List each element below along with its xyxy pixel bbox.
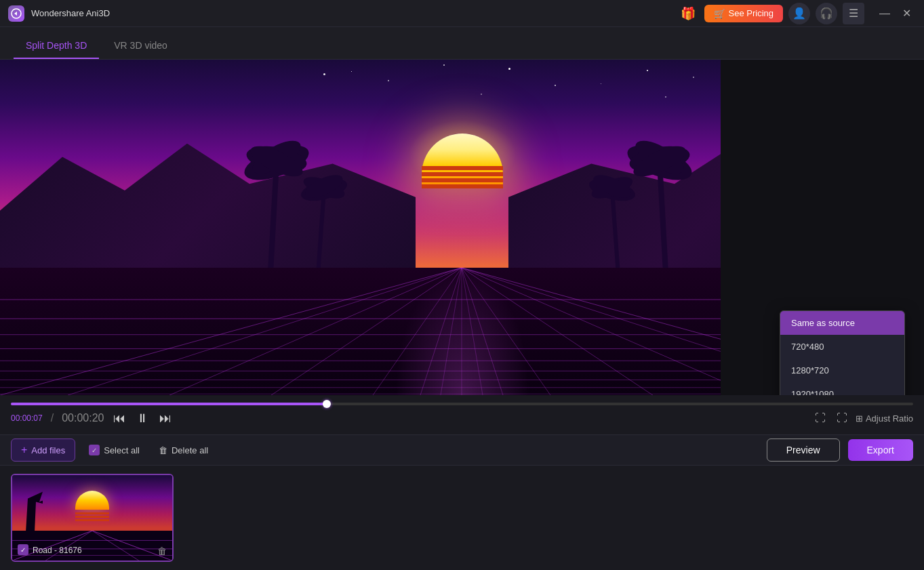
menu-icon: ☰ xyxy=(849,7,858,20)
titlebar-actions: 🎁 🛒 See Pricing 👤 🎧 ☰ — ✕ xyxy=(677,3,916,24)
dropdown-item-1280[interactable]: 1280*720 xyxy=(780,359,904,382)
window-controls: — ✕ xyxy=(875,4,916,23)
minimize-button[interactable]: — xyxy=(875,4,894,23)
dropdown-item-same-as-source[interactable]: Same as source xyxy=(780,311,904,335)
user-button[interactable]: 👤 xyxy=(788,3,810,24)
pause-button[interactable]: ⏸ xyxy=(135,410,150,427)
cart-icon: 🛒 xyxy=(714,8,725,19)
pause-icon: ⏸ xyxy=(136,411,148,426)
add-files-label: Add files xyxy=(31,445,65,455)
pricing-label: See Pricing xyxy=(729,8,774,18)
svg-line-1 xyxy=(270,163,277,285)
delete-icon: 🗑 xyxy=(157,546,167,556)
preview-button[interactable]: Preview xyxy=(767,439,840,462)
minimize-icon: — xyxy=(879,7,890,20)
export-button[interactable]: Export xyxy=(848,439,913,461)
video-area: Same as source 720*480 1280*720 1920*108… xyxy=(0,60,924,570)
sun-stripes xyxy=(422,166,503,193)
dropdown-item-720p[interactable]: 720*480 xyxy=(780,335,904,359)
tab-vr-3d-label: VR 3D video xyxy=(114,40,167,51)
ratio-controls: ⛶ ⛶ ⊞ Adjust Ratio xyxy=(812,409,913,427)
progress-thumb xyxy=(323,400,331,408)
progress-filled xyxy=(11,403,327,405)
crop-icon: ⛶ xyxy=(815,412,826,424)
dropdown-label-0: Same as source xyxy=(791,318,855,328)
crop-button[interactable]: ⛶ xyxy=(812,409,828,427)
app-title: Wondershare Ani3D xyxy=(31,8,670,18)
adjust-icon: ⊞ xyxy=(856,413,863,424)
palm-trees-left xyxy=(216,108,351,285)
file-checkbox-0[interactable]: ✓ xyxy=(18,544,28,555)
fullscreen-icon: ⛶ xyxy=(837,412,847,424)
svg-line-28 xyxy=(0,268,462,395)
video-preview[interactable]: Same as source 720*480 1280*720 1920*108… xyxy=(0,60,924,395)
pricing-button[interactable]: 🛒 See Pricing xyxy=(704,5,783,22)
dropdown-label-1: 720*480 xyxy=(791,342,824,352)
trash-icon: 🗑 xyxy=(159,445,167,455)
tab-split-depth-label: Split Depth 3D xyxy=(26,40,87,51)
road-glow xyxy=(395,268,530,395)
adjust-ratio-label: Adjust Ratio xyxy=(866,413,913,424)
tabs-bar: Split Depth 3D VR 3D video xyxy=(0,27,924,60)
file-card-0[interactable]: ✓ Road - 81676 🗑 xyxy=(11,474,174,562)
bottom-toolbar: + Add files ✓ Select all 🗑 Delete all Pr… xyxy=(0,435,924,466)
tab-vr-3d[interactable]: VR 3D video xyxy=(102,33,180,59)
support-button[interactable]: 🎧 xyxy=(816,3,837,24)
delete-all-label: Delete all xyxy=(172,445,208,455)
resolution-dropdown: Same as source 720*480 1280*720 1920*108… xyxy=(780,310,905,395)
add-files-button[interactable]: + Add files xyxy=(11,439,75,462)
app-icon xyxy=(8,5,24,22)
gift-button[interactable]: 🎁 xyxy=(677,3,699,24)
total-time: 00:00:20 xyxy=(62,412,104,424)
svg-line-10 xyxy=(660,163,666,285)
select-all-label: Select all xyxy=(104,445,140,455)
adjust-ratio-button[interactable]: ⊞ Adjust Ratio xyxy=(856,413,913,424)
checkbox-icon: ✓ xyxy=(89,445,100,455)
time-separator: / xyxy=(51,412,54,424)
dropdown-label-3: 1920*1080 xyxy=(791,389,834,395)
file-name-0: Road - 81676 xyxy=(33,546,82,555)
export-label: Export xyxy=(867,445,894,455)
delete-all-button[interactable]: 🗑 Delete all xyxy=(153,441,214,460)
bottom-panel: + Add files ✓ Select all 🗑 Delete all Pr… xyxy=(0,434,924,570)
palm-trees-right xyxy=(585,108,721,285)
titlebar: Wondershare Ani3D 🎁 🛒 See Pricing 👤 🎧 ☰ … xyxy=(0,0,924,27)
tab-split-depth[interactable]: Split Depth 3D xyxy=(14,33,99,59)
progress-bar[interactable] xyxy=(11,403,913,405)
dropdown-label-2: 1280*720 xyxy=(791,365,829,375)
close-icon: ✕ xyxy=(902,7,911,20)
skip-forward-icon: ⏭ xyxy=(159,411,172,426)
headset-icon: 🎧 xyxy=(820,7,833,20)
file-list-area: ✓ Road - 81676 🗑 xyxy=(0,466,924,570)
file-delete-0[interactable]: 🗑 xyxy=(157,546,167,556)
skip-back-icon: ⏮ xyxy=(113,411,125,426)
plus-icon: + xyxy=(21,444,27,456)
main-content: Same as source 720*480 1280*720 1920*108… xyxy=(0,60,924,570)
user-icon: 👤 xyxy=(792,7,806,20)
select-all-button[interactable]: ✓ Select all xyxy=(83,441,145,460)
current-time: 00:00:07 xyxy=(11,413,43,423)
thumb-sun-stripes xyxy=(75,512,109,521)
close-button[interactable]: ✕ xyxy=(897,4,916,23)
controls-row: 00:00:07 / 00:00:20 ⏮ ⏸ ⏭ ⛶ xyxy=(11,409,913,427)
skip-back-button[interactable]: ⏮ xyxy=(112,410,127,427)
skip-forward-button[interactable]: ⏭ xyxy=(158,410,173,427)
dropdown-item-1920[interactable]: 1920*1080 xyxy=(780,382,904,395)
menu-button[interactable]: ☰ xyxy=(843,3,864,24)
preview-label: Preview xyxy=(786,445,820,455)
video-controls: 00:00:07 / 00:00:20 ⏮ ⏸ ⏭ ⛶ xyxy=(0,395,924,434)
fullscreen-button[interactable]: ⛶ xyxy=(834,409,850,427)
